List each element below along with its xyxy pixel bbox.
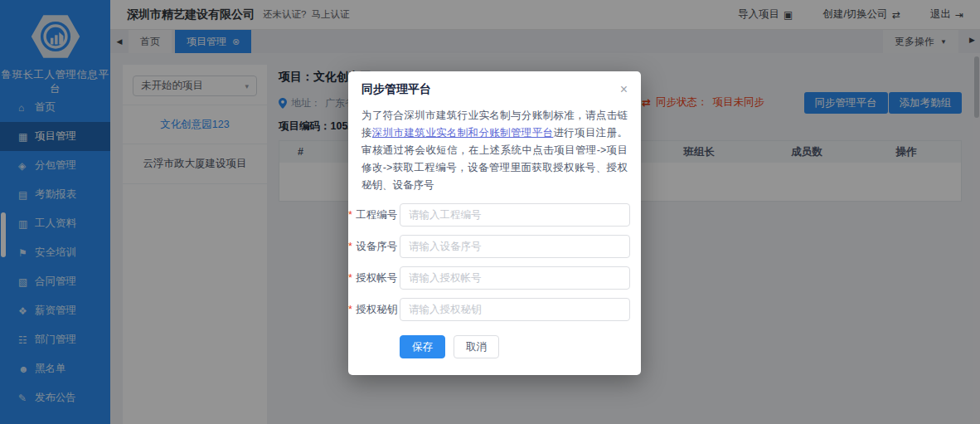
realname-platform-link[interactable]: 深圳市建筑业实名制和分账制管理平台 (372, 127, 554, 139)
cancel-button[interactable]: 取消 (454, 335, 499, 358)
form-row: * 工程编号 (348, 202, 630, 227)
form-label: * 授权秘钥 (348, 303, 400, 317)
required-asterisk: * (348, 209, 352, 221)
close-icon[interactable]: × (620, 83, 628, 96)
form-label-text: 授权帐号 (353, 272, 397, 284)
sync-platform-modal: 同步管理平台 × 为了符合深圳市建筑行业实名制与分账制标准，请点击链接深圳市建筑… (348, 71, 641, 375)
modal-header: 同步管理平台 × (348, 71, 641, 102)
auth-account-field[interactable] (400, 266, 630, 290)
auth-secret-field[interactable] (400, 298, 630, 321)
form-label-text: 设备序号 (353, 241, 397, 252)
required-asterisk: * (348, 272, 352, 284)
required-asterisk: * (348, 304, 352, 315)
save-button[interactable]: 保存 (400, 335, 445, 358)
modal-title: 同步管理平台 (361, 82, 431, 97)
form-row: * 授权秘钥 (348, 297, 630, 322)
form-label: * 设备序号 (348, 240, 400, 254)
modal-form: * 工程编号* 设备序号* 授权帐号* 授权秘钥 (348, 202, 641, 322)
app-screen: 鲁班长工人管理信息平台 ⌂首页▦项目管理◈分包管理▤考勤报表▥工人资料⚑安全培训… (0, 0, 980, 424)
modal-footer: 保存 取消 (348, 335, 641, 358)
modal-description: 为了符合深圳市建筑行业实名制与分账制标准，请点击链接深圳市建筑业实名制和分账制管… (348, 102, 641, 194)
form-label: * 工程编号 (348, 208, 400, 222)
form-label-text: 工程编号 (353, 209, 397, 221)
form-row: * 设备序号 (348, 234, 630, 259)
device-serial-field[interactable] (400, 235, 630, 258)
form-label: * 授权帐号 (348, 271, 400, 285)
project-code-field[interactable] (400, 203, 630, 227)
form-row: * 授权帐号 (348, 266, 630, 290)
form-label-text: 授权秘钥 (353, 304, 397, 315)
required-asterisk: * (348, 241, 352, 252)
